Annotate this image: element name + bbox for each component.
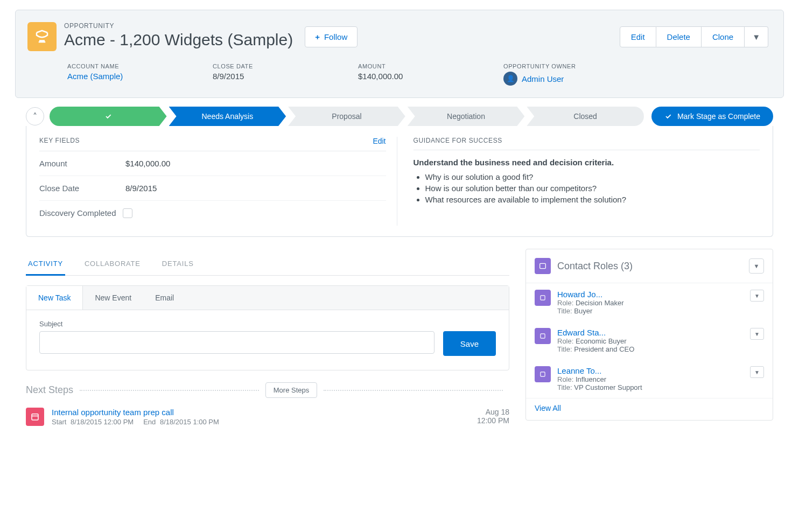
item-menu-button[interactable]: ▼: [750, 366, 764, 378]
contact-roles-icon: [535, 258, 551, 274]
contact-icon: [535, 290, 551, 306]
title-value: Buyer: [574, 307, 592, 315]
label: Close Date: [39, 184, 125, 193]
subject-input[interactable]: [39, 331, 434, 354]
guidance-title: GUIDANCE FOR SUCCESS: [413, 137, 502, 144]
stage-needs-analysis[interactable]: Needs Analysis: [169, 107, 286, 126]
contact-name-link[interactable]: Howard Jo...: [557, 290, 744, 299]
guidance-panel: GUIDANCE FOR SUCCESS Understand the busi…: [397, 137, 760, 226]
guidance-bullet: How is our solution better than our comp…: [425, 184, 760, 193]
field-owner: OPPORTUNITY OWNER 👤 Admin User: [503, 63, 600, 86]
chevron-up-icon: ˄: [33, 111, 37, 122]
subject-label: Subject: [39, 320, 496, 328]
activity-composer: New Task New Event Email Subject Save: [26, 285, 509, 370]
contact-icon: [535, 366, 551, 382]
title-value: VP Customer Support: [574, 383, 642, 391]
role-value: Influencer: [576, 375, 606, 383]
next-steps-divider: Next Steps More Steps: [26, 382, 509, 398]
start-label: Start: [52, 418, 66, 426]
title-label: Title:: [557, 307, 572, 315]
role-label: Role:: [557, 337, 573, 345]
label: AMOUNT: [358, 63, 455, 69]
main-tabs: ACTIVITY COLLABORATE DETAILS: [26, 253, 509, 276]
item-menu-button[interactable]: ▼: [750, 328, 764, 340]
key-fields-panel: KEY FIELDS Edit Amount $140,000.00 Close…: [39, 137, 386, 226]
contact-role-item: Howard Jo... Role: Decision Maker Title:…: [526, 283, 773, 321]
key-field-row: Discovery Completed: [39, 201, 386, 226]
subtab-new-task[interactable]: New Task: [26, 286, 83, 310]
key-fields-title: KEY FIELDS: [39, 137, 80, 145]
discovery-completed-checkbox[interactable]: [123, 208, 132, 218]
svg-rect-5: [541, 372, 545, 376]
stage-completed[interactable]: [50, 107, 167, 126]
title-value: President and CEO: [574, 345, 634, 353]
item-menu-button[interactable]: ▼: [750, 290, 764, 302]
more-steps-button[interactable]: More Steps: [265, 382, 317, 398]
role-value: Decision Maker: [576, 299, 624, 307]
object-label: OPPORTUNITY: [64, 22, 293, 30]
svg-rect-3: [541, 296, 545, 300]
label: CLOSE DATE: [213, 63, 310, 69]
owner-avatar: 👤: [503, 72, 517, 86]
edit-button[interactable]: Edit: [620, 26, 656, 47]
stage-negotiation[interactable]: Negotiation: [408, 107, 525, 126]
follow-label: Follow: [324, 32, 347, 41]
contact-role-item: Edward Sta... Role: Economic Buyer Title…: [526, 321, 773, 360]
field-amount: AMOUNT $140,000.00: [358, 63, 455, 86]
label: Mark Stage as Complete: [677, 112, 760, 121]
related-menu-button[interactable]: ▼: [749, 258, 764, 274]
follow-button[interactable]: + Follow: [305, 26, 358, 47]
check-icon: [664, 113, 672, 120]
svg-rect-0: [32, 414, 38, 420]
more-actions-button[interactable]: ▼: [745, 26, 768, 47]
contact-icon: [535, 328, 551, 344]
label: Discovery Completed: [39, 208, 116, 218]
label: OPPORTUNITY OWNER: [503, 63, 600, 69]
subtab-new-event[interactable]: New Event: [83, 286, 143, 310]
guidance-bullet: Why is our solution a good fit?: [425, 172, 760, 181]
guidance-bullet: What resources are available to implemen…: [425, 195, 760, 204]
title-label: Title:: [557, 345, 572, 353]
timeline-date: Aug 18: [477, 408, 509, 416]
mark-stage-complete-button[interactable]: Mark Stage as Complete: [651, 107, 773, 126]
caret-down-icon: ▼: [752, 32, 760, 41]
role-label: Role:: [557, 299, 573, 307]
field-close-date: CLOSE DATE 8/9/2015: [213, 63, 310, 86]
check-icon: [104, 113, 112, 120]
subtab-email[interactable]: Email: [143, 286, 186, 310]
contact-name-link[interactable]: Edward Sta...: [557, 328, 744, 337]
guidance-headline: Understand the business need and decisio…: [413, 158, 760, 167]
timeline-item: Internal opportunity team prep call Star…: [26, 408, 509, 426]
view-all-link[interactable]: View All: [526, 398, 773, 420]
action-bar: Edit Delete Clone ▼: [620, 26, 768, 47]
svg-rect-4: [541, 334, 545, 338]
start-value: 8/18/2015 12:00 PM: [71, 418, 134, 426]
save-button[interactable]: Save: [443, 331, 496, 356]
timeline-title-link[interactable]: Internal opportunity team prep call: [52, 408, 469, 417]
delete-button[interactable]: Delete: [656, 26, 702, 47]
clone-button[interactable]: Clone: [702, 26, 745, 47]
field-account-name: ACCOUNT NAME Acme (Sample): [67, 63, 164, 86]
caret-down-icon: ▼: [754, 369, 760, 375]
role-label: Role:: [557, 375, 573, 383]
value: 8/9/2015: [213, 72, 310, 81]
contact-name-link[interactable]: Leanne To...: [557, 366, 744, 375]
tab-details[interactable]: DETAILS: [160, 253, 196, 275]
account-link[interactable]: Acme (Sample): [67, 72, 164, 81]
caret-down-icon: ▼: [754, 293, 760, 299]
tab-collaborate[interactable]: COLLABORATE: [82, 253, 143, 275]
value: $140,000.00: [358, 72, 455, 81]
value: 8/9/2015: [125, 184, 157, 193]
caret-down-icon: ▼: [754, 263, 760, 269]
stage-proposal[interactable]: Proposal: [288, 107, 405, 126]
label: ACCOUNT NAME: [67, 63, 164, 69]
key-fields-edit-link[interactable]: Edit: [373, 137, 386, 145]
timeline-time: 12:00 PM: [477, 416, 509, 425]
value: $140,000.00: [125, 159, 170, 168]
end-label: End: [143, 418, 156, 426]
path-collapse-button[interactable]: ˄: [26, 107, 44, 125]
tab-activity[interactable]: ACTIVITY: [26, 253, 65, 276]
owner-link[interactable]: Admin User: [522, 74, 564, 83]
related-title: Contact Roles (3): [557, 261, 633, 272]
stage-closed[interactable]: Closed: [527, 107, 644, 126]
